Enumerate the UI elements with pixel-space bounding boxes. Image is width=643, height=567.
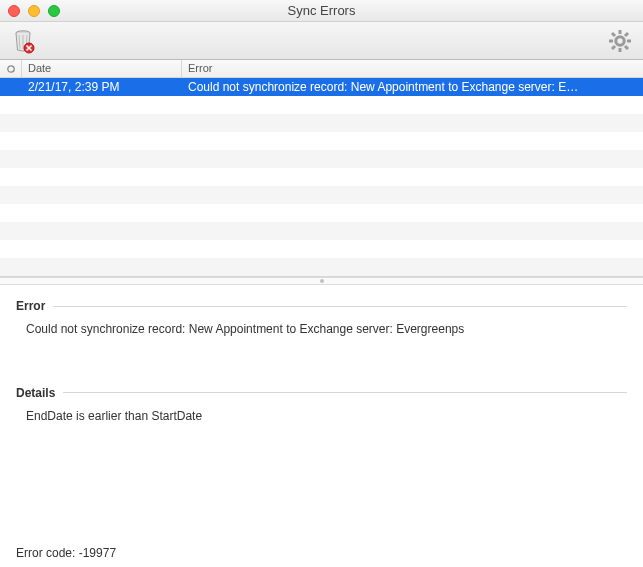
- settings-button[interactable]: [605, 26, 635, 56]
- details-pane: Error Could not synchronize record: New …: [0, 285, 643, 567]
- svg-point-7: [616, 36, 624, 44]
- maximize-icon[interactable]: [48, 5, 60, 17]
- close-icon[interactable]: [8, 5, 20, 17]
- divider: [53, 306, 627, 307]
- svg-line-14: [625, 33, 628, 36]
- details-section: Details EndDate is earlier than StartDat…: [16, 386, 627, 425]
- error-section-label: Error: [16, 299, 45, 313]
- svg-line-12: [612, 33, 615, 36]
- delete-button[interactable]: [8, 26, 38, 56]
- error-text: Could not synchronize record: New Appoin…: [16, 321, 627, 338]
- indicator-icon: [6, 64, 16, 74]
- svg-line-15: [612, 46, 615, 49]
- details-text: EndDate is earlier than StartDate: [16, 408, 627, 425]
- toolbar: [0, 22, 643, 60]
- gear-icon: [608, 29, 632, 53]
- error-section: Error Could not synchronize record: New …: [16, 299, 627, 338]
- error-code: Error code: -19977: [16, 540, 627, 560]
- divider: [63, 392, 627, 393]
- row-error: Could not synchronize record: New Appoin…: [182, 80, 643, 94]
- svg-line-13: [625, 46, 628, 49]
- column-indicator[interactable]: [0, 60, 22, 77]
- svg-point-16: [7, 65, 13, 71]
- column-date[interactable]: Date: [22, 60, 182, 77]
- row-date: 2/21/17, 2:39 PM: [22, 80, 182, 94]
- traffic-lights: [8, 5, 60, 17]
- titlebar: Sync Errors: [0, 0, 643, 22]
- column-error[interactable]: Error: [182, 60, 643, 77]
- table-row[interactable]: 2/21/17, 2:39 PM Could not synchronize r…: [0, 78, 643, 96]
- error-list: Date Error 2/21/17, 2:39 PM Could not sy…: [0, 60, 643, 277]
- window-title: Sync Errors: [0, 3, 643, 18]
- splitter-grip-icon: [320, 279, 324, 283]
- empty-rows: [0, 96, 643, 276]
- pane-splitter[interactable]: [0, 277, 643, 285]
- details-section-label: Details: [16, 386, 55, 400]
- column-headers: Date Error: [0, 60, 643, 78]
- minimize-icon[interactable]: [28, 5, 40, 17]
- trash-icon: [10, 28, 36, 54]
